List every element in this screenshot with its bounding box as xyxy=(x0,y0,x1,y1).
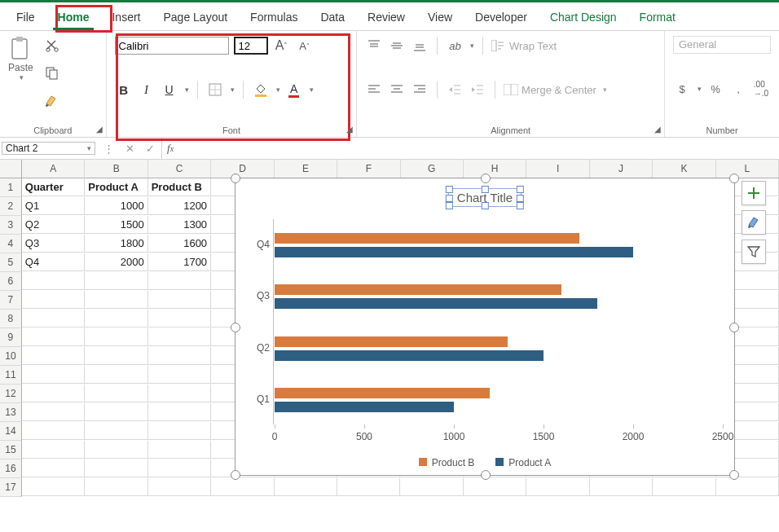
cell[interactable] xyxy=(85,478,147,496)
row-header[interactable]: 12 xyxy=(0,385,22,403)
selection-handle[interactable] xyxy=(481,470,491,480)
selection-handle[interactable] xyxy=(517,186,524,193)
row-header[interactable]: 6 xyxy=(0,272,22,291)
cell[interactable] xyxy=(148,459,211,477)
bar-product-a[interactable] xyxy=(275,298,597,309)
wrap-text-button[interactable]: Wrap Text xyxy=(491,36,557,55)
selection-handle[interactable] xyxy=(517,195,524,202)
align-middle-button[interactable] xyxy=(388,36,406,55)
align-top-button[interactable] xyxy=(365,36,383,55)
cell[interactable] xyxy=(148,403,211,421)
row-header[interactable]: 5 xyxy=(0,253,22,272)
percent-format-button[interactable]: % xyxy=(706,79,724,99)
chart-title[interactable]: Chart Title xyxy=(448,188,522,207)
orientation-button[interactable]: ab xyxy=(446,36,464,55)
merge-center-button[interactable]: Merge & Center xyxy=(504,80,596,99)
worksheet[interactable]: ABCDEFGHIJKL 1QuarterProduct AProduct B2… xyxy=(0,160,779,497)
selection-handle[interactable] xyxy=(446,202,453,209)
copy-button[interactable] xyxy=(43,64,61,83)
alignment-launcher[interactable]: ◢ xyxy=(654,125,661,134)
formula-more-icon[interactable]: ⋮ xyxy=(103,143,114,155)
cell[interactable]: Q1 xyxy=(22,197,85,215)
row-header[interactable]: 1 xyxy=(0,178,22,197)
selection-handle[interactable] xyxy=(481,174,491,183)
cell[interactable] xyxy=(22,459,85,477)
cut-button[interactable] xyxy=(43,36,61,55)
tab-data[interactable]: Data xyxy=(309,6,356,30)
comma-format-button[interactable]: , xyxy=(729,79,747,99)
column-header[interactable]: I xyxy=(526,160,589,178)
selection-handle[interactable] xyxy=(231,323,240,332)
font-launcher[interactable]: ◢ xyxy=(346,125,353,134)
selection-handle[interactable] xyxy=(231,174,240,183)
cell[interactable] xyxy=(716,478,779,496)
align-bottom-button[interactable] xyxy=(411,36,429,55)
selection-handle[interactable] xyxy=(729,323,739,332)
tab-developer[interactable]: Developer xyxy=(464,6,539,30)
cell[interactable] xyxy=(148,385,211,402)
align-left-button[interactable] xyxy=(365,80,383,99)
tab-home[interactable]: Home xyxy=(46,6,101,30)
cell[interactable]: 1200 xyxy=(148,197,211,215)
cell[interactable] xyxy=(85,347,147,365)
cell[interactable] xyxy=(148,441,211,459)
column-header[interactable]: C xyxy=(148,160,211,178)
column-header[interactable]: L xyxy=(716,160,779,178)
bar-product-b[interactable] xyxy=(275,284,561,295)
column-header[interactable]: A xyxy=(21,160,85,178)
formula-cancel-icon[interactable]: ✕ xyxy=(125,143,134,155)
cell[interactable]: Q4 xyxy=(22,253,85,271)
legend-item-product-b[interactable]: Product B xyxy=(419,457,475,468)
column-header[interactable]: F xyxy=(337,160,400,178)
selection-handle[interactable] xyxy=(446,186,453,193)
cell[interactable] xyxy=(275,478,337,496)
cell[interactable] xyxy=(85,459,147,477)
align-right-button[interactable] xyxy=(411,80,429,99)
chart-filters-button[interactable] xyxy=(742,240,766,264)
chart-legend[interactable]: Product B Product A xyxy=(235,457,734,468)
row-header[interactable]: 14 xyxy=(0,422,22,441)
cell[interactable] xyxy=(85,272,147,290)
tab-file[interactable]: File xyxy=(5,6,46,30)
tab-page-layout[interactable]: Page Layout xyxy=(152,6,239,30)
column-header[interactable]: K xyxy=(653,160,715,178)
selection-handle[interactable] xyxy=(729,470,739,480)
cell[interactable]: 1500 xyxy=(85,216,147,234)
bar-product-a[interactable] xyxy=(275,402,454,412)
column-header[interactable]: D xyxy=(211,160,274,178)
decrease-indent-button[interactable] xyxy=(446,80,464,99)
selection-handle[interactable] xyxy=(729,174,739,183)
cell[interactable] xyxy=(85,422,147,440)
cell[interactable] xyxy=(85,403,147,421)
clipboard-launcher[interactable]: ◢ xyxy=(96,125,103,134)
format-painter-button[interactable] xyxy=(43,91,61,111)
row-header[interactable]: 9 xyxy=(0,328,22,347)
accounting-format-button[interactable]: $ xyxy=(673,79,691,99)
tab-review[interactable]: Review xyxy=(356,6,416,30)
formula-accept-icon[interactable]: ✓ xyxy=(146,143,155,155)
tab-chart-design[interactable]: Chart Design xyxy=(539,6,628,30)
column-header[interactable]: H xyxy=(464,160,526,178)
cell[interactable] xyxy=(148,422,211,440)
cell[interactable]: 1000 xyxy=(85,197,147,215)
cell[interactable]: Product A xyxy=(85,178,147,196)
selection-handle[interactable] xyxy=(517,202,524,209)
chart-elements-button[interactable] xyxy=(742,181,766,205)
row-header[interactable]: 10 xyxy=(0,347,22,366)
cell[interactable] xyxy=(85,441,147,459)
cell[interactable] xyxy=(22,310,85,328)
cell[interactable] xyxy=(148,478,211,496)
name-box[interactable]: Chart 2▾ xyxy=(2,142,95,155)
bar-product-b[interactable] xyxy=(275,388,490,398)
cell[interactable]: 2000 xyxy=(85,253,147,271)
cell[interactable] xyxy=(148,291,211,309)
selection-handle[interactable] xyxy=(231,470,240,480)
cell[interactable] xyxy=(85,291,147,309)
row-header[interactable]: 4 xyxy=(0,235,22,253)
bar-product-b[interactable] xyxy=(275,336,508,347)
selection-handle[interactable] xyxy=(482,202,489,209)
cell[interactable] xyxy=(400,478,463,496)
column-header[interactable]: J xyxy=(590,160,653,178)
cell[interactable] xyxy=(22,385,85,402)
row-header[interactable]: 3 xyxy=(0,216,22,235)
